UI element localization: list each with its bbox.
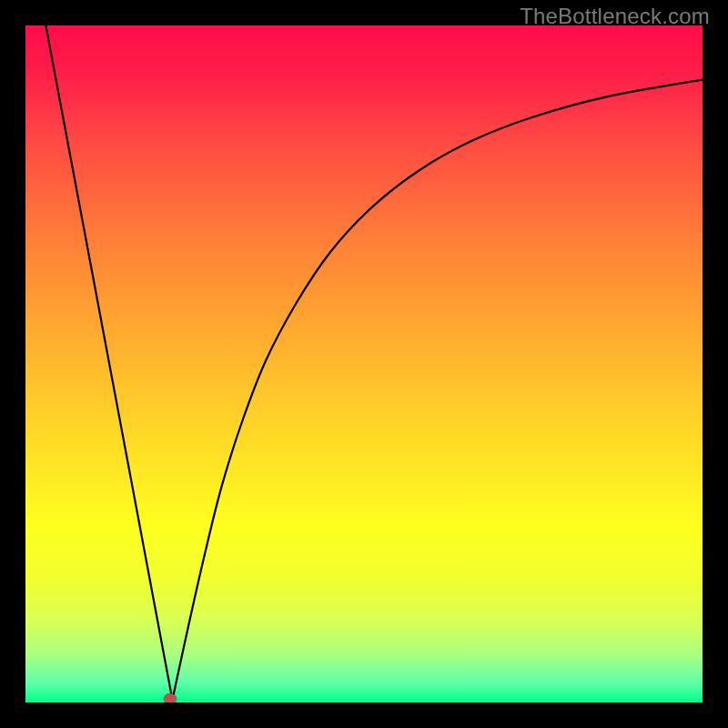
chart-plot-area — [25, 25, 703, 703]
minimum-marker — [164, 693, 177, 703]
bottleneck-curve-path — [46, 25, 703, 700]
chart-curve — [25, 25, 703, 703]
image-frame: TheBottleneck.com — [0, 0, 728, 728]
